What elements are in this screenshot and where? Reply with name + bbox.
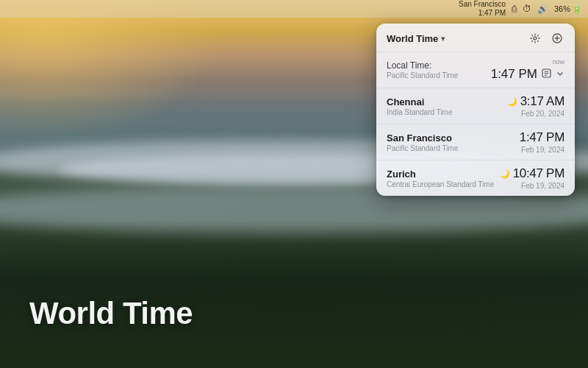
popup-header: World Time ▾ <box>376 24 575 52</box>
sf-right: 1:47 PM Feb 19, 2024 <box>520 130 564 154</box>
world-time-popup: World Time ▾ Local Time: Pacific <box>376 24 575 196</box>
zurich-date: Feb 19, 2024 <box>521 182 564 190</box>
local-time-value: 1:47 PM <box>491 67 537 82</box>
menubar-time: 1:47 PM <box>459 9 506 18</box>
chennai-moon-icon: 🌙 <box>507 97 517 107</box>
sf-left: San Francisco Pacific Standard Time <box>387 132 458 152</box>
forest-bottom <box>0 221 588 368</box>
battery-percent: 36% <box>554 4 570 13</box>
edit-local-icon[interactable] <box>542 68 551 80</box>
expand-local-icon[interactable] <box>556 69 564 80</box>
app-title: World Time <box>29 296 193 330</box>
add-button[interactable] <box>550 31 564 46</box>
volume-icon[interactable]: 🔊 <box>537 4 548 14</box>
sf-zone: Pacific Standard Time <box>387 144 458 152</box>
zurich-time-row: 🌙 10:47 PM <box>500 166 564 181</box>
sf-time: 1:47 PM <box>520 130 564 145</box>
app-label: World Time <box>29 296 193 331</box>
sf-time-row: 1:47 PM <box>520 130 564 145</box>
local-entry-left: Local Time: Pacific Standard Time <box>387 60 458 79</box>
popup-title-text: World Time <box>387 33 438 44</box>
chennai-zone: India Standard Time <box>387 108 453 116</box>
battery-icon: 🔋 <box>572 4 582 14</box>
sf-date: Feb 19, 2024 <box>521 146 564 154</box>
chennai-right: 🌙 3:17 AM Feb 20, 2024 <box>507 94 564 118</box>
settings-button[interactable] <box>528 31 542 46</box>
battery-indicator[interactable]: 36% 🔋 <box>554 4 582 14</box>
zurich-moon-icon: 🌙 <box>500 169 510 179</box>
sanfrancisco-entry: San Francisco Pacific Standard Time 1:47… <box>376 124 575 160</box>
chennai-entry: Chennai India Standard Time 🌙 3:17 AM Fe… <box>376 88 575 124</box>
zurich-entry: Zurich Central European Standard Time 🌙 … <box>376 160 575 196</box>
local-time-row: 1:47 PM <box>491 67 564 82</box>
menubar-location-time: San Francisco 1:47 PM <box>459 0 506 18</box>
menubar: San Francisco 1:47 PM ⎙ ⏱ 🔊 36% 🔋 <box>0 0 588 18</box>
chennai-date: Feb 20, 2024 <box>521 110 564 118</box>
sf-city: San Francisco <box>387 132 458 144</box>
popup-title: World Time ▾ <box>387 33 445 44</box>
menubar-clock: San Francisco 1:47 PM <box>459 0 506 18</box>
time-machine-icon[interactable]: ⏱ <box>523 4 531 14</box>
zurich-zone: Central European Standard Time <box>387 180 494 188</box>
menubar-location: San Francisco <box>459 0 506 9</box>
zurich-time: 10:47 PM <box>513 166 564 181</box>
display-icon[interactable]: ⎙ <box>512 4 517 14</box>
local-city-label: Local Time: <box>387 60 458 71</box>
zurich-city: Zurich <box>387 169 494 180</box>
svg-point-0 <box>534 37 537 40</box>
zurich-right: 🌙 10:47 PM Feb 19, 2024 <box>500 166 564 190</box>
local-entry-right: now 1:47 PM <box>491 58 564 82</box>
local-time-entry: Local Time: Pacific Standard Time now 1:… <box>376 52 575 88</box>
local-zone-label: Pacific Standard Time <box>387 71 458 79</box>
chevron-down-icon: ▾ <box>441 35 445 43</box>
popup-header-icons <box>528 31 564 46</box>
now-badge: now <box>552 58 564 66</box>
chennai-left: Chennai India Standard Time <box>387 96 453 116</box>
chennai-city: Chennai <box>387 96 453 107</box>
zurich-left: Zurich Central European Standard Time <box>387 169 494 188</box>
chennai-time-row: 🌙 3:17 AM <box>507 94 564 109</box>
chennai-time: 3:17 AM <box>520 94 564 109</box>
